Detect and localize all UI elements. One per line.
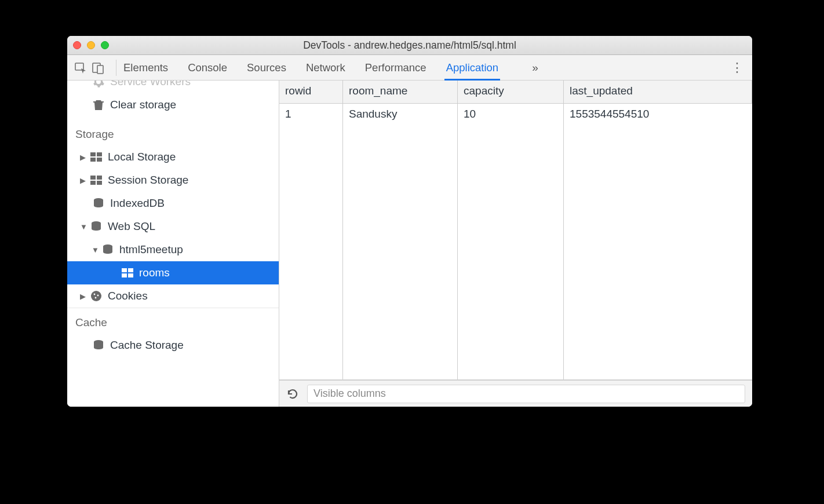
application-sidebar: Service Workers Clear storage Storage ▶ …: [67, 81, 279, 407]
settings-menu-icon[interactable]: ⋮: [731, 60, 744, 75]
table-content: rowid room_name capacity last_updated 1 …: [279, 81, 752, 407]
database-icon: [92, 198, 105, 209]
svg-point-21: [95, 297, 97, 299]
tab-performance[interactable]: Performance: [365, 55, 426, 80]
panel-body: Service Workers Clear storage Storage ▶ …: [67, 81, 752, 407]
sidebar-label: Clear storage: [110, 98, 176, 111]
grid-icon: [89, 176, 103, 185]
database-icon: [101, 244, 115, 255]
grid-icon: [89, 152, 103, 162]
tab-elements[interactable]: Elements: [123, 55, 168, 80]
window-title: DevTools - andrew.hedges.name/html5/sql.…: [67, 39, 752, 52]
sidebar-label: Local Storage: [108, 151, 176, 163]
sidebar-heading-storage: Storage: [67, 120, 279, 145]
svg-rect-9: [90, 181, 96, 185]
chevron-right-icon: ▶: [80, 153, 87, 162]
cell[interactable]: Sandusky: [343, 104, 458, 379]
inspect-element-icon[interactable]: [74, 61, 87, 74]
cell[interactable]: 10: [458, 104, 564, 379]
column-header[interactable]: room_name: [343, 81, 458, 104]
tab-console[interactable]: Console: [188, 55, 227, 80]
svg-rect-7: [90, 176, 96, 180]
database-icon: [89, 221, 103, 232]
sidebar-label: Cache Storage: [110, 339, 184, 352]
cell[interactable]: 1: [279, 104, 343, 379]
svg-rect-16: [122, 273, 127, 277]
svg-rect-10: [97, 181, 102, 185]
sidebar-label: Session Storage: [108, 174, 188, 187]
cookie-icon: [89, 290, 103, 302]
sidebar-heading-cache: Cache: [67, 308, 279, 334]
chevron-right-icon: ▶: [80, 292, 87, 301]
sidebar-item-websql[interactable]: ▼ Web SQL: [67, 215, 279, 238]
chevron-down-icon: ▼: [80, 222, 87, 231]
svg-rect-6: [97, 158, 102, 162]
svg-point-19: [94, 294, 96, 295]
device-toolbar-icon[interactable]: [92, 61, 104, 74]
svg-rect-5: [90, 158, 96, 162]
sidebar-item-service-workers[interactable]: Service Workers: [67, 81, 279, 93]
panel-tabs: Elements Console Sources Network Perform…: [123, 55, 538, 80]
more-tabs-icon[interactable]: »: [532, 61, 538, 74]
tab-network[interactable]: Network: [306, 55, 345, 80]
tab-application[interactable]: Application: [446, 55, 499, 80]
visible-columns-input[interactable]: [307, 385, 745, 403]
sidebar-label: rooms: [139, 266, 170, 279]
sidebar-label: Cookies: [108, 290, 148, 302]
sidebar-item-table-selected[interactable]: rooms: [67, 261, 279, 284]
sidebar-item-database[interactable]: ▼ html5meetup: [67, 238, 279, 261]
gear-icon: [92, 81, 105, 87]
sidebar-label: html5meetup: [119, 243, 183, 256]
grid-footer: [279, 380, 752, 407]
database-icon: [92, 339, 105, 351]
svg-rect-3: [90, 152, 96, 156]
sidebar-label: Service Workers: [110, 81, 191, 88]
sidebar-label: IndexedDB: [110, 197, 165, 210]
sidebar-item-indexeddb[interactable]: IndexedDB: [67, 192, 279, 215]
svg-rect-2: [97, 65, 103, 74]
refresh-icon[interactable]: [286, 388, 299, 400]
column-header[interactable]: capacity: [458, 81, 564, 104]
grid-icon: [121, 268, 134, 277]
chevron-right-icon: ▶: [80, 176, 87, 185]
sidebar-label: Web SQL: [108, 220, 155, 233]
svg-rect-17: [128, 273, 133, 277]
svg-point-18: [91, 291, 101, 301]
sidebar-item-session-storage[interactable]: ▶ Session Storage: [67, 169, 279, 192]
column-header[interactable]: last_updated: [564, 81, 752, 104]
svg-rect-4: [97, 152, 102, 156]
svg-rect-14: [122, 268, 127, 272]
tab-sources[interactable]: Sources: [247, 55, 286, 80]
devtools-window: DevTools - andrew.hedges.name/html5/sql.…: [67, 36, 752, 407]
svg-point-20: [97, 295, 99, 297]
cell[interactable]: 1553544554510: [564, 104, 752, 379]
window-titlebar[interactable]: DevTools - andrew.hedges.name/html5/sql.…: [67, 36, 752, 55]
sidebar-item-local-storage[interactable]: ▶ Local Storage: [67, 145, 279, 169]
devtools-toolbar: Elements Console Sources Network Perform…: [67, 55, 752, 81]
data-grid: rowid room_name capacity last_updated 1 …: [279, 81, 752, 380]
svg-rect-15: [128, 268, 133, 272]
sidebar-item-cache-storage[interactable]: Cache Storage: [67, 334, 279, 357]
trash-icon: [92, 99, 105, 111]
chevron-down-icon: ▼: [92, 246, 99, 254]
column-header[interactable]: rowid: [279, 81, 343, 104]
svg-rect-8: [97, 176, 102, 180]
sidebar-item-clear-storage[interactable]: Clear storage: [67, 93, 279, 116]
sidebar-item-cookies[interactable]: ▶ Cookies: [67, 284, 279, 308]
toolbar-divider: [116, 60, 116, 76]
